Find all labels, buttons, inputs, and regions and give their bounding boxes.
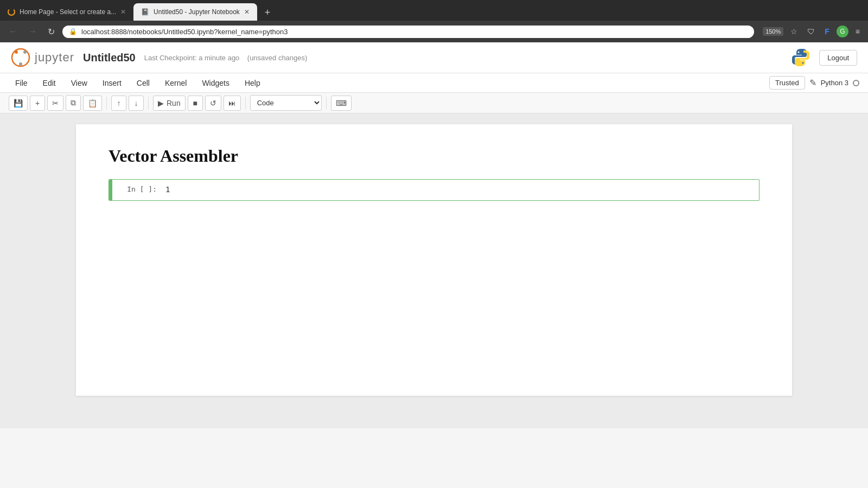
back-button[interactable]: ← — [5, 26, 21, 37]
move-up-button[interactable]: ↑ — [111, 96, 126, 111]
add-icon: + — [35, 99, 40, 107]
tab-home-close-icon[interactable]: ✕ — [120, 8, 126, 16]
tab-home-label: Home Page - Select or create a... — [20, 8, 116, 16]
menu-bar: File Edit View Insert Cell Kernel Widget… — [0, 73, 868, 93]
kernel-info: Python 3 — [821, 79, 859, 87]
svg-point-2 — [23, 50, 27, 54]
star-button[interactable]: ☆ — [788, 26, 800, 37]
run-play-icon: ▶ — [158, 99, 164, 107]
move-down-button[interactable]: ↓ — [129, 96, 144, 111]
toolbar-sep-2 — [148, 97, 149, 110]
logout-button[interactable]: Logout — [819, 50, 857, 66]
toolbar-sep-4 — [326, 97, 327, 110]
shield-icon[interactable]: 🛡 — [805, 26, 818, 37]
browser-chrome: Home Page - Select or create a... ✕ 📓 Un… — [0, 0, 868, 42]
menu-file[interactable]: File — [9, 76, 34, 90]
menu-view[interactable]: View — [65, 76, 94, 90]
tab-notebook-label: Untitled50 - Jupyter Notebook — [154, 8, 240, 16]
checkpoint-text: Last Checkpoint: a minute ago — [144, 54, 240, 62]
zoom-level: 150% — [763, 27, 783, 36]
cell-prompt: In [ ]: — [112, 180, 161, 200]
cut-icon: ✂ — [52, 99, 59, 107]
restart-run-button[interactable]: ⏭ — [224, 96, 241, 111]
notebook-content: Vector Assembler In [ ]: 1 — [76, 124, 792, 396]
toolbar: 💾 + ✂ ⧉ 📋 ↑ ↓ ▶ Run ■ ↺ — [0, 93, 868, 113]
restart-run-icon: ⏭ — [228, 99, 236, 107]
svg-point-5 — [802, 62, 804, 64]
tab-spinner-icon — [8, 8, 15, 16]
notebook-heading: Vector Assembler — [108, 146, 760, 166]
paste-cell-button[interactable]: 📋 — [83, 96, 102, 111]
checkpoint-info: Last Checkpoint: a minute ago (unsaved c… — [144, 54, 308, 62]
code-cell-0[interactable]: In [ ]: 1 — [108, 179, 760, 201]
url-bar[interactable]: 🔒 localhost:8888/notebooks/Untitled50.ip… — [62, 26, 754, 38]
jupyter-logo-text: jupyter — [35, 50, 74, 65]
toolbar-sep-1 — [106, 97, 107, 110]
move-down-icon: ↓ — [135, 99, 138, 107]
cut-cell-button[interactable]: ✂ — [47, 96, 63, 111]
svg-point-1 — [15, 50, 18, 54]
edit-pencil-icon[interactable]: ✎ — [807, 75, 819, 90]
paste-icon: 📋 — [88, 99, 97, 107]
stop-icon: ■ — [193, 99, 197, 107]
kernel-status-circle — [853, 80, 859, 86]
address-bar: ← → ↻ 🔒 localhost:8888/notebooks/Untitle… — [0, 21, 868, 42]
menu-insert[interactable]: Insert — [96, 76, 128, 90]
keyboard-shortcuts-button[interactable]: ⌨ — [331, 96, 352, 111]
tab-bar: Home Page - Select or create a... ✕ 📓 Un… — [0, 0, 868, 21]
unsaved-text: (unsaved changes) — [247, 54, 308, 62]
stop-button[interactable]: ■ — [188, 96, 203, 111]
menu-edit[interactable]: Edit — [36, 76, 62, 90]
url-text: localhost:8888/notebooks/Untitled50.ipyn… — [81, 28, 748, 36]
menu-kernel[interactable]: Kernel — [158, 76, 193, 90]
tab-notebook[interactable]: 📓 Untitled50 - Jupyter Notebook ✕ — [133, 3, 257, 21]
copy-cell-button[interactable]: ⧉ — [66, 95, 81, 111]
trusted-button[interactable]: Trusted — [769, 76, 805, 90]
cell-type-select[interactable]: Code Markdown Raw NBConvert — [250, 95, 322, 111]
menu-widgets[interactable]: Widgets — [195, 76, 236, 90]
google-account-button[interactable]: G — [837, 26, 848, 37]
toolbar-sep-3 — [245, 97, 246, 110]
tab-notebook-close-icon[interactable]: ✕ — [244, 8, 250, 16]
svg-point-3 — [19, 62, 22, 66]
svg-point-4 — [798, 52, 800, 53]
run-label: Run — [167, 99, 181, 107]
move-up-icon: ↑ — [117, 99, 121, 107]
cell-input[interactable]: 1 — [161, 180, 759, 200]
menu-help[interactable]: Help — [238, 76, 267, 90]
jupyter-header: jupyter Untitled50 Last Checkpoint: a mi… — [0, 42, 868, 73]
notebook-favicon-icon: 📓 — [141, 8, 149, 16]
kernel-label: Python 3 — [821, 79, 848, 87]
jupyter-logo-icon — [11, 48, 30, 67]
tab-home[interactable]: Home Page - Select or create a... ✕ — [0, 3, 133, 21]
copy-icon: ⧉ — [71, 98, 76, 107]
restart-button[interactable]: ↺ — [205, 96, 221, 111]
menu-cell[interactable]: Cell — [130, 76, 156, 90]
menu-button[interactable]: ≡ — [853, 26, 863, 37]
forward-button[interactable]: → — [25, 26, 40, 37]
add-cell-button[interactable]: + — [30, 96, 45, 111]
browser-actions: 150% ☆ 🛡 F G ≡ — [763, 26, 863, 37]
reload-button[interactable]: ↻ — [44, 26, 58, 38]
notebook-container: Vector Assembler In [ ]: 1 — [0, 113, 868, 428]
save-button[interactable]: 💾 — [9, 96, 28, 111]
firefox-profile-button[interactable]: F — [822, 26, 832, 37]
restart-icon: ↺ — [210, 99, 216, 107]
jupyter-logo[interactable]: jupyter — [11, 48, 74, 67]
new-tab-button[interactable]: + — [259, 5, 276, 21]
jupyter-app: jupyter Untitled50 Last Checkpoint: a mi… — [0, 42, 868, 428]
python-logo-icon — [791, 48, 810, 67]
run-button[interactable]: ▶ Run — [153, 96, 186, 111]
notebook-title[interactable]: Untitled50 — [83, 52, 136, 64]
save-icon: 💾 — [14, 99, 23, 107]
security-icon: 🔒 — [69, 28, 77, 35]
keyboard-icon: ⌨ — [336, 99, 347, 107]
